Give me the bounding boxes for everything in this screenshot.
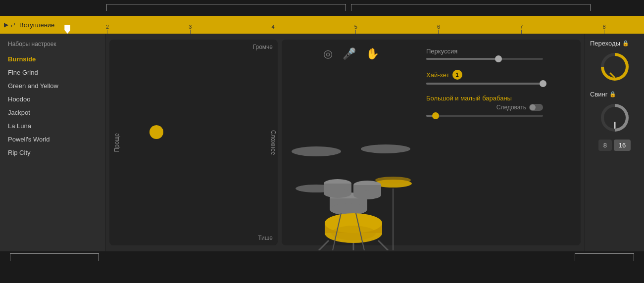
ruler-tick-6: 6 [437,24,440,34]
lock-icon-swing[interactable]: 🔒 [609,91,616,97]
bass-snare-label: Большой и малый барабаны [426,94,512,102]
sidebar-item-burnside[interactable]: Burnside [0,52,105,66]
xy-dot[interactable] [149,125,163,139]
percussion-label: Перкуссия [426,47,543,55]
svg-line-19 [378,240,388,250]
bottom-bracket-left [10,253,99,261]
beat-buttons: 8 16 [598,140,631,151]
percussion-slider[interactable] [426,58,543,60]
sidebar-item-green-and-yellow[interactable]: Green and Yellow [0,79,105,93]
drum-svg-wrap [289,112,413,240]
ruler-tick-5: 5 [354,24,357,34]
bottom-area [0,251,644,283]
sidebar-item-jackpot[interactable]: Jackpot [0,106,105,119]
transitions-knob[interactable] [601,53,629,81]
xy-pad[interactable]: Громче Тише Проще Сложнее [109,40,278,245]
ruler-numbers: 2345678 [64,16,644,34]
transitions-label: Переходы [590,40,620,47]
ruler-tick-7: 7 [520,24,523,34]
play-icon: ▶ [4,21,8,28]
ruler-bar: ▶ ⇄ Вступление 2345678 [0,16,644,34]
swing-knob[interactable] [601,104,629,132]
center-area: Громче Тише Проще Сложнее ◎ 🎤 ✋ [105,34,585,251]
ruler-tick-2: 2 [106,24,109,34]
hand-icon[interactable]: ✋ [366,47,379,60]
xy-label-left: Проще [113,133,120,152]
lock-icon-transitions[interactable]: 🔒 [622,40,629,47]
hihat-slider[interactable] [426,83,543,85]
swing-knob-container [601,104,629,132]
xy-label-right-wrap: Сложнее [270,40,277,245]
sidebar-item-powell's-world[interactable]: Powell's World [0,133,105,146]
percussion-section: Перкуссия [426,47,543,60]
transitions-section-title: Переходы 🔒 [590,40,639,47]
svg-point-13 [353,190,381,199]
swing-label: Свинг [590,91,607,98]
sidebar-item-hoodoo[interactable]: Hoodoo [0,93,105,106]
follow-toggle[interactable] [529,104,543,111]
svg-point-1 [361,144,410,153]
ruler-title: Вступление [19,21,54,29]
ruler-tick-3: 3 [189,24,192,34]
mic-icon[interactable]: 🎤 [343,47,356,60]
svg-point-0 [292,146,341,156]
ruler-marker[interactable] [64,25,70,34]
sidebar-item-la-luna[interactable]: La Luna [0,119,105,133]
bottom-bracket-right [575,253,634,261]
hihat-label: Хай-хет [426,71,449,79]
ruler-play-icons: ▶ ⇄ [0,21,19,28]
beat-16-button[interactable]: 16 [614,140,631,151]
ruler-bracket-left [106,4,346,11]
follow-label: Следовать [496,104,526,111]
ruler-tick-4: 4 [271,24,274,34]
drum-controls-right: Перкуссия Хай-хет 1 [420,40,549,245]
bass-snare-slider[interactable] [426,115,543,117]
right-panel: Переходы 🔒 Свинг 🔒 8 16 [585,34,644,251]
transitions-knob-container [601,53,629,81]
xy-label-right: Сложнее [270,130,277,155]
loop-icon: ⇄ [10,21,15,28]
ruler-bracket-right [351,4,591,11]
svg-line-18 [319,240,329,250]
hihat-badge: 1 [452,70,462,80]
sidebar: Наборы настроек BurnsideFine GrindGreen … [0,34,105,251]
ruler-tick-8: 8 [602,24,605,34]
svg-point-10 [324,189,351,198]
xy-label-left-wrap: Проще [113,40,120,245]
hihat-section: Хай-хет 1 [426,70,543,85]
swing-section-title: Свинг 🔒 [590,91,639,98]
sidebar-item-rip-city[interactable]: Rip City [0,146,105,159]
sidebar-item-fine-grind[interactable]: Fine Grind [0,66,105,79]
hi-hat-icon[interactable]: ◎ [323,47,333,60]
beat-8-button[interactable]: 8 [598,140,612,151]
follow-row: Следовать [426,104,543,111]
drum-top-icons: ◎ 🎤 ✋ [323,47,379,60]
drum-kit-area: ◎ 🎤 ✋ [282,40,420,245]
svg-point-3 [375,177,411,184]
bass-snare-section: Большой и малый барабаны Следовать [426,94,543,117]
drum-pad: ◎ 🎤 ✋ [282,40,581,245]
sidebar-header: Наборы настроек [0,39,105,52]
